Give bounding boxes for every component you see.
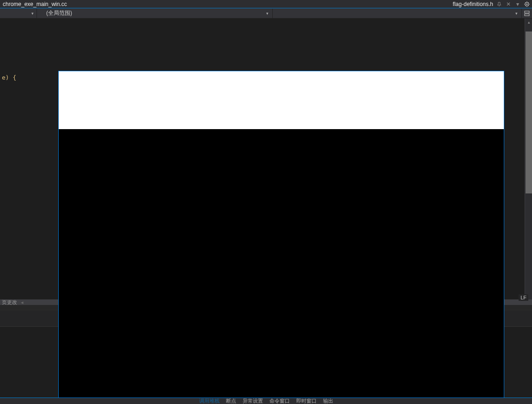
- chevron-down-icon: ▾: [31, 11, 34, 16]
- tab-file-left[interactable]: chrome_exe_main_win.cc: [0, 1, 67, 7]
- scope-dropdown-scope[interactable]: (全局范围) ▾: [37, 9, 273, 18]
- chevron-left-icon[interactable]: ◂: [21, 299, 24, 305]
- bottom-tab-bar: 调用堆栈 断点 异常设置 命令窗口 即时窗口 输出: [0, 398, 532, 404]
- tab-breakpoints[interactable]: 断点: [226, 398, 236, 404]
- svg-rect-2: [525, 11, 529, 13]
- launched-app-white-panel: [59, 71, 504, 129]
- launched-app-window[interactable]: [58, 71, 504, 398]
- tab-callstack[interactable]: 调用堆栈: [199, 398, 220, 404]
- tab-output[interactable]: 输出: [323, 398, 333, 404]
- code-fragment: e) {: [2, 74, 16, 81]
- tab-exception-settings[interactable]: 异常设置: [243, 398, 263, 404]
- svg-rect-3: [525, 14, 529, 16]
- gear-icon[interactable]: [524, 1, 530, 7]
- scope-bar: ▾ (全局范围) ▾ ▾: [0, 8, 532, 19]
- scope-dropdown-project[interactable]: ▾: [0, 9, 37, 18]
- close-icon[interactable]: ✕: [505, 1, 512, 7]
- scrollbar-thumb[interactable]: [526, 31, 532, 193]
- tab-file-right[interactable]: flag-definitions.h: [453, 1, 493, 7]
- tab-bar: chrome_exe_main_win.cc flag-definitions.…: [0, 0, 532, 8]
- svg-point-1: [526, 3, 528, 5]
- vertical-scrollbar[interactable]: ▴: [525, 19, 532, 299]
- chevron-down-icon: ▾: [515, 11, 518, 16]
- scope-label: (全局范围): [46, 9, 72, 17]
- tab-command-window[interactable]: 命令窗口: [269, 398, 290, 404]
- tab-immediate-window[interactable]: 即时窗口: [296, 398, 317, 404]
- scroll-up-icon[interactable]: ▴: [525, 19, 532, 26]
- line-ending-indicator[interactable]: LF: [519, 294, 528, 301]
- scope-dropdown-member[interactable]: ▾: [273, 9, 522, 18]
- chevron-down-icon: ▾: [266, 11, 269, 16]
- split-horizontal-icon[interactable]: [524, 10, 530, 17]
- pin-icon[interactable]: [496, 1, 502, 7]
- pending-changes-label: 页更改: [2, 299, 17, 306]
- chevron-down-icon[interactable]: ▾: [514, 1, 521, 7]
